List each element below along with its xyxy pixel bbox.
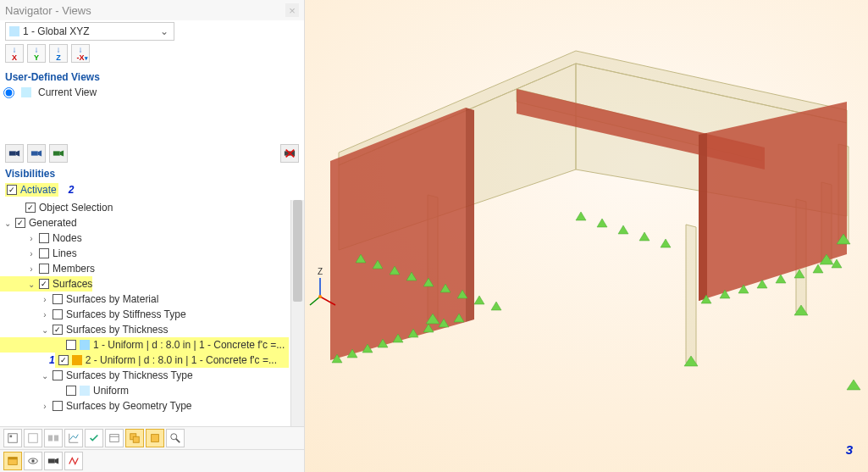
tree-surfaces-thickness-type[interactable]: ⌄ Surfaces by Thickness Type	[0, 368, 289, 383]
svg-line-21	[176, 439, 180, 442]
svg-marker-63	[813, 264, 823, 273]
svg-marker-32	[686, 225, 696, 364]
axis-buttons: ↓X ↓Y ↓Z ↓-X▾	[0, 42, 304, 68]
visibility-toolbar	[0, 426, 304, 449]
checkbox[interactable]	[66, 386, 76, 396]
tree-surfaces-material[interactable]: › Surfaces by Material	[0, 292, 289, 307]
checkbox[interactable]	[53, 294, 63, 304]
tree-surfaces[interactable]: ⌄ Surfaces	[0, 276, 92, 292]
checkbox[interactable]	[39, 264, 49, 274]
checkbox[interactable]	[58, 355, 69, 365]
svg-rect-12	[29, 434, 38, 443]
svg-marker-68	[639, 232, 650, 241]
checkbox[interactable]	[39, 279, 49, 289]
annotation-3: 3	[846, 442, 853, 457]
swatch-icon	[72, 355, 82, 365]
tree-surfaces-stiffness[interactable]: › Surfaces by Stiffness Type	[0, 307, 289, 322]
tool-btn-1[interactable]	[3, 429, 22, 447]
tool-btn-4[interactable]	[64, 429, 83, 447]
visibility-tree[interactable]: ▸ Object Selection ⌄ Generated › Nodes ›…	[0, 200, 290, 426]
axis-x-button[interactable]: ↓X	[5, 44, 24, 63]
svg-marker-3	[38, 151, 41, 157]
checkbox[interactable]	[53, 370, 63, 380]
section-user-views: User-Defined Views	[0, 68, 304, 85]
coord-system-combo[interactable]: 1 - Global XYZ ⌄	[5, 22, 174, 41]
activate-toggle[interactable]: Activate	[5, 183, 58, 197]
checkbox[interactable]	[25, 203, 36, 213]
activate-checkbox[interactable]	[7, 185, 17, 195]
svg-marker-69	[661, 239, 671, 247]
tool-btn-5[interactable]	[85, 429, 103, 447]
checkbox[interactable]	[53, 325, 63, 335]
svg-rect-13	[48, 436, 53, 441]
checkbox[interactable]	[15, 218, 25, 228]
tool-btn-7[interactable]	[125, 429, 144, 447]
tab-btn-3[interactable]	[44, 452, 63, 470]
tool-btn-9[interactable]	[166, 429, 185, 447]
svg-marker-67	[618, 225, 628, 234]
svg-marker-5	[60, 151, 64, 157]
checkbox[interactable]	[53, 309, 63, 319]
tree-nodes[interactable]: › Nodes	[0, 230, 289, 246]
camera-delete-button[interactable]	[280, 144, 299, 163]
tab-btn-4[interactable]	[64, 452, 83, 470]
navigator-panel: Navigator - Views × 1 - Global XYZ ⌄ ↓X …	[0, 0, 305, 472]
svg-rect-26	[48, 458, 55, 463]
svg-rect-11	[10, 436, 13, 438]
svg-rect-15	[110, 435, 119, 442]
svg-marker-37	[699, 133, 707, 301]
tree-object-selection[interactable]: ▸ Object Selection	[0, 200, 289, 215]
svg-rect-4	[53, 151, 60, 155]
wall-surface	[699, 102, 847, 301]
camera-row	[0, 142, 304, 164]
camera-button-3[interactable]	[49, 144, 68, 163]
svg-marker-27	[55, 458, 58, 464]
model-viewport[interactable]: Z 3	[305, 0, 868, 472]
svg-point-25	[31, 459, 35, 463]
current-view-radio-input[interactable]	[3, 87, 14, 98]
tree-thickness-2[interactable]: 2 - Uniform | d : 8.0 in | 1 - Concrete …	[55, 353, 289, 368]
view-swatch-icon	[21, 87, 31, 97]
panel-title: Navigator - Views	[5, 4, 91, 17]
svg-marker-55	[474, 296, 484, 304]
tree-surfaces-geom[interactable]: › Surfaces by Geometry Type	[0, 398, 289, 414]
tree-surfaces-thickness[interactable]: ⌄ Surfaces by Thickness	[0, 322, 289, 337]
bottom-tabbar	[0, 449, 304, 472]
tab-btn-1[interactable]	[3, 452, 22, 470]
tree-scrollbar[interactable]	[290, 200, 304, 426]
tool-btn-8[interactable]	[146, 429, 164, 447]
combo-value: 1 - Global XYZ	[23, 25, 155, 37]
axis-z-button[interactable]: ↓Z	[49, 44, 68, 63]
model-render: Z	[305, 0, 868, 472]
activate-label: Activate	[20, 184, 57, 196]
svg-rect-19	[152, 435, 159, 442]
svg-marker-65	[576, 212, 586, 220]
svg-rect-23	[8, 458, 18, 460]
checkbox[interactable]	[66, 340, 76, 350]
checkbox[interactable]	[39, 248, 49, 258]
swatch-icon	[80, 340, 90, 350]
tree-members[interactable]: › Members	[0, 261, 289, 276]
svg-rect-14	[54, 436, 58, 441]
tab-btn-2[interactable]	[24, 452, 42, 470]
tree-thickness-1[interactable]: 1 - Uniform | d : 8.0 in | 1 - Concrete …	[0, 337, 289, 353]
checkbox[interactable]	[39, 233, 49, 243]
close-icon[interactable]: ×	[285, 3, 299, 17]
svg-point-80	[318, 295, 322, 298]
svg-rect-2	[31, 151, 38, 155]
tool-btn-6[interactable]	[105, 429, 124, 447]
tree-lines[interactable]: › Lines	[0, 246, 289, 261]
current-view-radio[interactable]: Current View	[0, 85, 304, 102]
tree-generated[interactable]: ⌄ Generated	[0, 215, 289, 230]
tree-thickness-uniform[interactable]: Uniform	[0, 383, 289, 398]
axis-negx-button[interactable]: ↓-X▾	[71, 44, 90, 63]
tool-btn-3[interactable]	[44, 429, 63, 447]
svg-line-78	[310, 297, 320, 305]
section-visibilities: Visibilities	[0, 164, 304, 181]
camera-button-2[interactable]	[27, 144, 46, 163]
axis-y-button[interactable]: ↓Y	[27, 44, 46, 63]
camera-button-1[interactable]	[5, 144, 24, 163]
checkbox[interactable]	[53, 401, 63, 411]
svg-marker-1	[16, 151, 19, 157]
tool-btn-2[interactable]	[24, 429, 42, 447]
